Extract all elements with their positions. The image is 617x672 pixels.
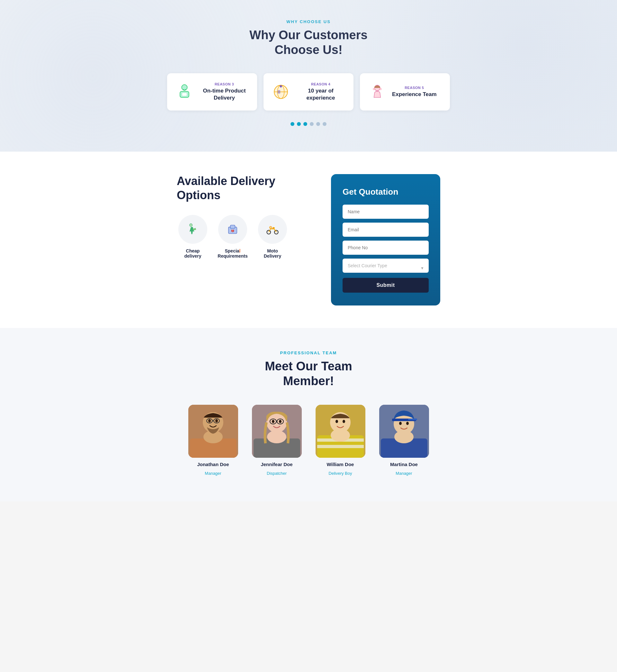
- reason-5-text: Experience Team: [392, 91, 437, 98]
- svg-rect-2: [182, 93, 187, 96]
- svg-point-31: [272, 420, 274, 423]
- william-photo: [316, 405, 365, 458]
- quotation-box: Get Quotation Select Courier Type Cheap …: [331, 174, 440, 306]
- svg-point-34: [267, 430, 286, 443]
- dot-4[interactable]: [310, 122, 314, 126]
- svg-point-22: [208, 419, 211, 422]
- jennifer-photo: [252, 405, 302, 458]
- reason-3-icon: [175, 82, 194, 101]
- martina-photo: [379, 405, 429, 458]
- delivery-option-moto: Moto Delivery: [256, 215, 288, 259]
- special-requirements-icon: [218, 215, 247, 244]
- martina-name: Martina Doe: [390, 461, 418, 467]
- svg-point-53: [394, 430, 414, 443]
- svg-rect-51: [408, 418, 417, 420]
- william-role: Delivery Boy: [329, 471, 352, 476]
- why-section-title: Why Our Customers Choose Us!: [6, 28, 611, 57]
- svg-point-10: [380, 88, 382, 90]
- reasons-row: Reason 3 On-time Product Delivery Reason…: [6, 73, 611, 110]
- jonathan-name: Jonathan Doe: [197, 461, 229, 467]
- team-section-label: PROFESSIONAL TEAM: [6, 350, 611, 355]
- svg-point-0: [182, 85, 187, 90]
- reason-4-content: Reason 4 10 year of experience: [296, 82, 346, 101]
- email-input[interactable]: [343, 223, 429, 237]
- moto-delivery-label: Moto Delivery: [264, 248, 281, 259]
- team-section: PROFESSIONAL TEAM Meet Our Team Member!: [0, 328, 617, 501]
- william-name: William Doe: [327, 461, 354, 467]
- cheap-delivery-icon: [178, 215, 207, 244]
- svg-point-41: [343, 420, 345, 423]
- svg-point-6: [280, 85, 282, 87]
- svg-point-45: [331, 429, 350, 442]
- svg-rect-13: [230, 225, 235, 228]
- reason-card-5: Reason 5 Experience Team: [360, 73, 450, 110]
- why-section-label: WHY CHOOSE US: [6, 19, 611, 24]
- submit-button[interactable]: Submit: [343, 278, 429, 293]
- reason-5-content: Reason 5 Experience Team: [392, 86, 437, 98]
- svg-point-9: [373, 88, 375, 90]
- team-section-title: Meet Our Team Member!: [6, 359, 611, 388]
- delivery-inner: Available Delivery Options Cheap: [164, 174, 453, 306]
- delivery-options: Cheap delivery: [177, 215, 312, 259]
- jonathan-photo: [188, 405, 238, 458]
- courier-type-select[interactable]: Select Courier Type Cheap Delivery Speci…: [343, 259, 429, 273]
- svg-point-49: [406, 422, 409, 425]
- reason-card-3: Reason 3 On-time Product Delivery: [167, 73, 257, 110]
- svg-point-48: [399, 422, 402, 425]
- svg-rect-7: [278, 90, 280, 93]
- why-choose-us-section: WHY CHOOSE US Why Our Customers Choose U…: [0, 0, 617, 151]
- team-card-martina: Martina Doe Manager: [377, 405, 431, 476]
- reason-3-content: Reason 3 On-time Product Delivery: [199, 82, 249, 101]
- special-requirements-label: Special Requirements: [218, 248, 247, 259]
- quotation-title: Get Quotation: [343, 187, 429, 197]
- reason-3-label: Reason 3: [199, 82, 249, 86]
- svg-rect-44: [317, 445, 364, 448]
- dot-6[interactable]: [323, 122, 327, 126]
- delivery-left: Available Delivery Options Cheap: [177, 174, 312, 258]
- svg-point-23: [215, 419, 218, 422]
- delivery-title: Available Delivery Options: [177, 174, 312, 202]
- reason-3-text: On-time Product Delivery: [199, 87, 249, 101]
- team-row: Jonathan Doe Manager: [6, 405, 611, 476]
- carousel-dots: [6, 122, 611, 126]
- moto-delivery-icon: [258, 215, 287, 244]
- dot-1[interactable]: [290, 122, 294, 126]
- team-card-william: William Doe Delivery Boy: [313, 405, 368, 476]
- team-card-jonathan: Jonathan Doe Manager: [186, 405, 240, 476]
- svg-point-11: [190, 224, 193, 227]
- svg-point-32: [279, 420, 281, 423]
- reason-5-icon: [368, 82, 387, 101]
- reason-4-icon: [271, 82, 290, 101]
- svg-point-17: [267, 230, 270, 234]
- cheap-delivery-label: Cheap delivery: [184, 248, 201, 259]
- jennifer-role: Dispatcher: [267, 471, 287, 476]
- reason-5-label: Reason 5: [392, 86, 437, 90]
- delivery-section: Available Delivery Options Cheap: [0, 151, 617, 328]
- reason-card-4: Reason 4 10 year of experience: [263, 73, 354, 110]
- reason-4-label: Reason 4: [296, 82, 346, 86]
- dot-5[interactable]: [316, 122, 320, 126]
- delivery-option-special: Special Requirements: [217, 215, 249, 259]
- dot-2[interactable]: [297, 122, 301, 126]
- courier-select-wrapper: Select Courier Type Cheap Delivery Speci…: [343, 259, 429, 278]
- jennifer-name: Jennifear Doe: [261, 461, 292, 467]
- jonathan-role: Manager: [205, 471, 221, 476]
- svg-point-40: [336, 420, 338, 423]
- delivery-option-cheap: Cheap delivery: [177, 215, 209, 259]
- phone-input[interactable]: [343, 241, 429, 255]
- svg-point-19: [269, 226, 271, 228]
- team-card-jennifer: Jennifear Doe Dispatcher: [249, 405, 304, 476]
- reason-4-text: 10 year of experience: [296, 87, 346, 101]
- svg-point-18: [274, 230, 278, 234]
- martina-role: Manager: [396, 471, 412, 476]
- name-input[interactable]: [343, 205, 429, 219]
- dot-3[interactable]: [303, 122, 307, 126]
